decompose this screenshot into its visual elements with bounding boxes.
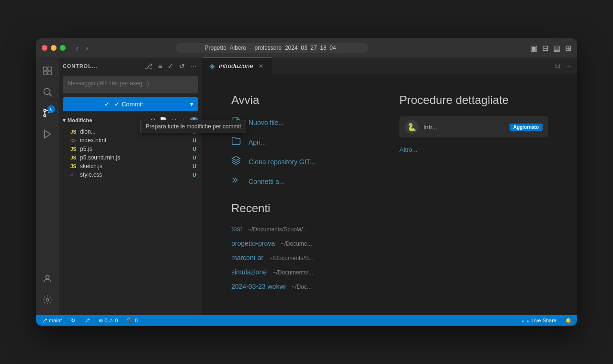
table-row[interactable]: JS p5.sound.min.js U <box>63 153 198 162</box>
list-item[interactable]: marconi-ar ~/Documents/S... <box>231 253 380 262</box>
sync-icon: ↻ <box>71 318 75 324</box>
custom-layout-icon[interactable]: ⊞ <box>565 44 571 53</box>
errors-status[interactable]: ⊗ 0 ⚠ 0 <box>97 318 119 324</box>
activity-search[interactable] <box>38 82 57 102</box>
js-icon: JS <box>70 129 80 135</box>
ports-status[interactable]: 🔌 0 <box>125 318 139 324</box>
sidebar-title: CONTROL... <box>63 63 143 69</box>
close-button[interactable] <box>42 45 47 51</box>
table-row[interactable]: JS p5.js U <box>63 145 198 153</box>
procedure-section: Procedure dettagliate 🐍 Intr... Aggiorna… <box>399 93 548 296</box>
commit-checkmark: ✓ <box>104 101 110 108</box>
svg-marker-9 <box>45 130 51 138</box>
editor-area: ◈ Introduzione ✕ ⊟ ··· Avvia <box>203 57 577 315</box>
check-icon[interactable]: ✓ <box>166 61 175 71</box>
file-status: U <box>193 137 196 143</box>
tooltip: Prepara tutte le modifiche per commit <box>140 120 246 133</box>
live-share-status[interactable]: ⟁ ⟁ Live Share <box>520 318 558 323</box>
clone-item[interactable]: Clona repository GIT... <box>231 156 380 168</box>
file-status: U <box>193 163 196 169</box>
svg-point-4 <box>44 89 50 95</box>
branch-status[interactable]: ⎇ main* <box>40 318 64 324</box>
refresh-icon[interactable]: ↺ <box>177 61 187 71</box>
back-button[interactable]: ‹ <box>73 43 81 53</box>
titlebar-controls: ▣ ⊟ ▤ ⊞ <box>530 44 571 53</box>
error-icon: ⊗ <box>99 318 103 324</box>
svg-line-5 <box>49 94 52 96</box>
list-item[interactable]: progetto-prova ~/Docume... <box>231 239 380 248</box>
error-count: 0 <box>104 318 107 323</box>
tab-close-button[interactable]: ✕ <box>257 62 265 70</box>
tab-bar-end: ⊟ ··· <box>549 61 577 70</box>
table-row[interactable]: <> index.html U <box>63 136 198 145</box>
connect-label: Connetti a... <box>249 178 285 185</box>
file-status: U <box>193 146 196 152</box>
list-item[interactable]: simulazione ~/Documents/... <box>231 268 380 276</box>
activity-explorer[interactable] <box>38 61 57 80</box>
procedure-title: Procedure dettagliate <box>399 93 548 107</box>
css-icon: # <box>70 172 80 178</box>
source-control-badge: 6 <box>47 105 55 113</box>
list-item[interactable]: test ~/Documents/Scuola/... <box>231 225 380 233</box>
source-control-status[interactable]: ⎇ <box>82 318 91 324</box>
table-row[interactable]: # style.css U <box>63 171 198 179</box>
python-icon: 🐍 <box>405 120 419 134</box>
aggiornato-badge: Aggiornato <box>510 124 543 131</box>
split-editor-right-icon[interactable]: ⊟ <box>554 61 562 70</box>
commit-message-input[interactable] <box>63 76 198 93</box>
open-label: Apri... <box>249 138 266 146</box>
start-section: Avvia Nuovo file... <box>231 93 380 296</box>
ports-icon: 🔌 <box>126 318 133 324</box>
activity-source-control[interactable]: 6 <box>38 103 57 123</box>
list-item[interactable]: 2024-03-23 wokwi ~/Doc... <box>231 282 380 291</box>
commit-dropdown-button[interactable]: ▾ <box>185 97 198 111</box>
changes-label: ▾ Modifiche <box>63 117 149 124</box>
tab-introduzione[interactable]: ◈ Introduzione ✕ <box>203 57 272 74</box>
html-icon: <> <box>70 138 80 143</box>
clone-icon <box>231 156 243 168</box>
start-title: Avvia <box>231 93 380 107</box>
commit-label: ✓ Commit <box>114 101 143 108</box>
connect-item[interactable]: Connetti a... <box>231 175 380 187</box>
recent-name: marconi-ar <box>231 254 263 262</box>
recent-name: progetto-prova <box>231 239 275 247</box>
split-editor-icon[interactable]: ▣ <box>530 44 537 53</box>
sidebar-layout-icon[interactable]: ▤ <box>553 44 560 53</box>
app-window: ‹ › Progetto_Albero_-_professore_2024_03… <box>36 38 577 326</box>
recent-path: ~/Documents/S... <box>269 255 313 262</box>
recent-path: ~/Docume... <box>281 240 312 247</box>
table-row[interactable]: JS sketch.js U <box>63 162 198 171</box>
minimize-button[interactable] <box>51 45 57 51</box>
recent-path: ~/Documents/Scuola/... <box>248 226 307 233</box>
vscode-icon: ◈ <box>209 61 215 70</box>
main-layout: 6 <box>36 57 577 315</box>
sync-status[interactable]: ↻ <box>69 318 77 324</box>
titlebar: ‹ › Progetto_Albero_-_professore_2024_03… <box>36 38 577 57</box>
maximize-button[interactable] <box>60 45 66 51</box>
svg-rect-0 <box>44 67 47 70</box>
notification-bell[interactable]: 🔔 <box>564 318 573 324</box>
forward-button[interactable]: › <box>83 43 91 53</box>
more-actions-icon[interactable]: ··· <box>565 61 572 70</box>
more-icon[interactable]: ··· <box>189 61 198 71</box>
branch-icon[interactable]: ⎇ <box>143 61 154 71</box>
svg-rect-1 <box>48 67 51 70</box>
altro-link[interactable]: Altro... <box>399 146 418 153</box>
js-icon: JS <box>70 147 80 152</box>
commit-row: ✓ ✓ Commit ▾ <box>63 97 198 111</box>
new-file-item[interactable]: Nuovo file... <box>231 116 380 128</box>
open-folder-icon <box>231 136 243 148</box>
open-item[interactable]: Apri... <box>231 136 380 148</box>
clone-label: Clona repository GIT... <box>249 158 315 166</box>
commit-button[interactable]: ✓ ✓ Commit <box>63 97 185 111</box>
file-name: style.css <box>80 171 191 178</box>
activity-bar: 6 <box>36 57 59 315</box>
activity-account[interactable] <box>38 269 57 288</box>
activity-run[interactable] <box>38 125 57 144</box>
list-icon[interactable]: ≡ <box>156 61 164 71</box>
editor-layout-icon[interactable]: ⊟ <box>542 44 548 53</box>
scm-icon: ⎇ <box>84 318 90 324</box>
file-name: p5.sound.min.js <box>80 154 191 161</box>
procedure-item[interactable]: 🐍 Intr... Aggiornato <box>399 116 548 137</box>
activity-settings[interactable] <box>38 290 57 309</box>
